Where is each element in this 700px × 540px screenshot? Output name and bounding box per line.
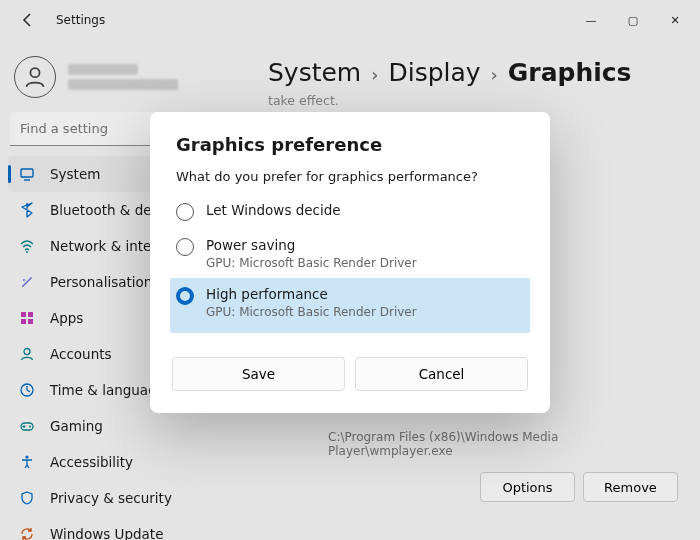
- option-1[interactable]: Power savingGPU: Microsoft Basic Render …: [170, 229, 530, 278]
- option-0[interactable]: Let Windows decide: [170, 194, 530, 229]
- option-label: Let Windows decide: [206, 202, 341, 218]
- cancel-button[interactable]: Cancel: [355, 357, 528, 391]
- option-desc: GPU: Microsoft Basic Render Driver: [206, 305, 417, 319]
- graphics-preference-dialog: Graphics preference What do you prefer f…: [150, 112, 550, 413]
- radio-icon: [176, 287, 194, 305]
- modal-overlay[interactable]: Graphics preference What do you prefer f…: [0, 0, 700, 540]
- option-2[interactable]: High performanceGPU: Microsoft Basic Ren…: [170, 278, 530, 333]
- dialog-question: What do you prefer for graphics performa…: [176, 169, 524, 184]
- radio-icon: [176, 238, 194, 256]
- option-label: High performance: [206, 286, 417, 302]
- dialog-title: Graphics preference: [176, 134, 524, 155]
- save-button[interactable]: Save: [172, 357, 345, 391]
- option-desc: GPU: Microsoft Basic Render Driver: [206, 256, 417, 270]
- option-label: Power saving: [206, 237, 417, 253]
- radio-icon: [176, 203, 194, 221]
